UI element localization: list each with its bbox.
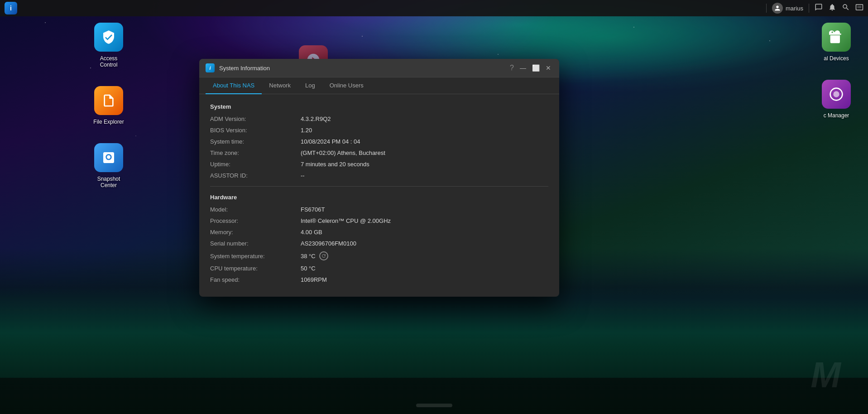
taskbar: i marius bbox=[0, 0, 868, 16]
adm-version-row: ADM Version: 4.3.2.R9Q2 bbox=[210, 116, 548, 122]
model-row: Model: FS6706T bbox=[210, 206, 548, 213]
manager-icon bbox=[822, 80, 851, 109]
system-temperature-row: System temperature: 38 °C bbox=[210, 251, 548, 260]
tab-log[interactable]: Log bbox=[298, 77, 322, 94]
bios-version-value: 1.20 bbox=[301, 127, 312, 134]
tab-about-this-nas[interactable]: About This NAS bbox=[206, 77, 262, 94]
model-label: Model: bbox=[210, 206, 301, 213]
memory-label: Memory: bbox=[210, 229, 301, 236]
uptime-row: Uptime: 7 minutes and 20 seconds bbox=[210, 161, 548, 168]
desktop-icon-btn[interactable] bbox=[855, 3, 863, 14]
fan-speed-label: Fan speed: bbox=[210, 276, 301, 283]
messages-icon[interactable] bbox=[815, 3, 823, 14]
memory-row: Memory: 4.00 GB bbox=[210, 229, 548, 236]
processor-label: Processor: bbox=[210, 217, 301, 224]
section-divider bbox=[210, 186, 548, 187]
system-time-row: System time: 10/08/2024 PM 04 : 04 bbox=[210, 138, 548, 145]
adm-version-label: ADM Version: bbox=[210, 116, 301, 122]
cpu-temperature-row: CPU temperature: 50 °C bbox=[210, 265, 548, 272]
window-titlebar: i System Information ? — ⬜ ✕ bbox=[199, 59, 559, 77]
asustor-id-label: ASUSTOR ID: bbox=[210, 172, 301, 179]
uptime-value: 7 minutes and 20 seconds bbox=[301, 161, 369, 168]
serial-number-value: AS23096706FM0100 bbox=[301, 240, 356, 247]
taskbar-right: marius bbox=[766, 3, 863, 14]
system-temperature-value: 38 °C bbox=[301, 251, 328, 260]
file-explorer-icon bbox=[94, 86, 123, 115]
cpu-temperature-label: CPU temperature: bbox=[210, 265, 301, 272]
maximize-button[interactable]: ⬜ bbox=[531, 63, 540, 72]
svg-point-2 bbox=[833, 91, 839, 97]
desktop-icon-access-control[interactable]: Access Control bbox=[91, 23, 127, 68]
desktop: i marius bbox=[0, 0, 868, 414]
serial-number-label: Serial number: bbox=[210, 240, 301, 247]
sysinfo-window: i System Information ? — ⬜ ✕ About This … bbox=[199, 59, 559, 297]
notifications-icon[interactable] bbox=[828, 3, 836, 14]
bios-version-label: BIOS Version: bbox=[210, 127, 301, 134]
access-control-label: Access Control bbox=[91, 55, 127, 68]
window-app-icon: i bbox=[206, 63, 215, 72]
taskbar-left: i bbox=[5, 2, 17, 14]
dock[interactable] bbox=[416, 404, 452, 407]
help-icon[interactable]: ? bbox=[510, 64, 514, 72]
model-value: FS6706T bbox=[301, 206, 325, 213]
asustor-id-row: ASUSTOR ID: -- bbox=[210, 172, 548, 179]
processor-value: Intel® Celeron™ CPU @ 2.00GHz bbox=[301, 217, 391, 224]
window-title: System Information bbox=[219, 65, 505, 72]
memory-value: 4.00 GB bbox=[301, 229, 322, 236]
cpu-temperature-value: 50 °C bbox=[301, 265, 316, 272]
desktop-icon-snapshot-center[interactable]: Snapshot Center bbox=[91, 143, 127, 188]
system-section-title: System bbox=[210, 103, 548, 110]
serial-number-row: Serial number: AS23096706FM0100 bbox=[210, 240, 548, 247]
titlebar-controls: — ⬜ ✕ bbox=[518, 63, 553, 72]
desktop-icons-right: al Devices c Manager bbox=[818, 23, 854, 119]
external-devices-icon bbox=[822, 23, 851, 52]
close-button[interactable]: ✕ bbox=[544, 63, 553, 72]
search-icon[interactable] bbox=[842, 3, 850, 14]
asustor-id-value: -- bbox=[301, 172, 305, 179]
snapshot-center-label: Snapshot Center bbox=[91, 176, 127, 188]
desktop-icon-external-devices[interactable]: al Devices bbox=[818, 23, 854, 62]
file-explorer-label: File Explorer bbox=[93, 119, 124, 125]
window-content: System ADM Version: 4.3.2.R9Q2 BIOS Vers… bbox=[199, 94, 559, 297]
desktop-icon-file-explorer[interactable]: File Explorer bbox=[91, 86, 127, 125]
bios-version-row: BIOS Version: 1.20 bbox=[210, 127, 548, 134]
processor-row: Processor: Intel® Celeron™ CPU @ 2.00GHz bbox=[210, 217, 548, 224]
username-label: marius bbox=[786, 5, 803, 12]
adm-version-value: 4.3.2.R9Q2 bbox=[301, 116, 331, 122]
taskbar-divider bbox=[766, 4, 767, 13]
avatar bbox=[772, 3, 783, 14]
uptime-label: Uptime: bbox=[210, 161, 301, 168]
time-zone-value: (GMT+02:00) Athens, Bucharest bbox=[301, 149, 385, 156]
system-time-value: 10/08/2024 PM 04 : 04 bbox=[301, 138, 360, 145]
manager-label: c Manager bbox=[824, 112, 849, 119]
tab-online-users[interactable]: Online Users bbox=[322, 77, 371, 94]
taskbar-divider-2 bbox=[809, 4, 809, 13]
refresh-temperature-button[interactable] bbox=[319, 251, 328, 260]
system-time-label: System time: bbox=[210, 138, 301, 145]
desktop-icon-manager[interactable]: c Manager bbox=[818, 80, 854, 119]
minimize-button[interactable]: — bbox=[518, 63, 528, 72]
tab-network[interactable]: Network bbox=[262, 77, 298, 94]
access-control-icon bbox=[94, 23, 123, 52]
svg-point-0 bbox=[108, 156, 110, 158]
fan-speed-value: 1069RPM bbox=[301, 276, 327, 283]
taskbar-app-icon[interactable]: i bbox=[5, 2, 17, 14]
time-zone-label: Time zone: bbox=[210, 149, 301, 156]
window-tabs: About This NAS Network Log Online Users bbox=[199, 77, 559, 94]
taskbar-user[interactable]: marius bbox=[772, 3, 803, 14]
snapshot-center-icon bbox=[94, 143, 123, 172]
desktop-icons-left: Access Control File Explorer Snapshot Ce… bbox=[91, 23, 127, 188]
time-zone-row: Time zone: (GMT+02:00) Athens, Bucharest bbox=[210, 149, 548, 156]
fan-speed-row: Fan speed: 1069RPM bbox=[210, 276, 548, 283]
system-temperature-label: System temperature: bbox=[210, 253, 301, 260]
hardware-section-title: Hardware bbox=[210, 194, 548, 201]
external-devices-label: al Devices bbox=[824, 55, 849, 62]
